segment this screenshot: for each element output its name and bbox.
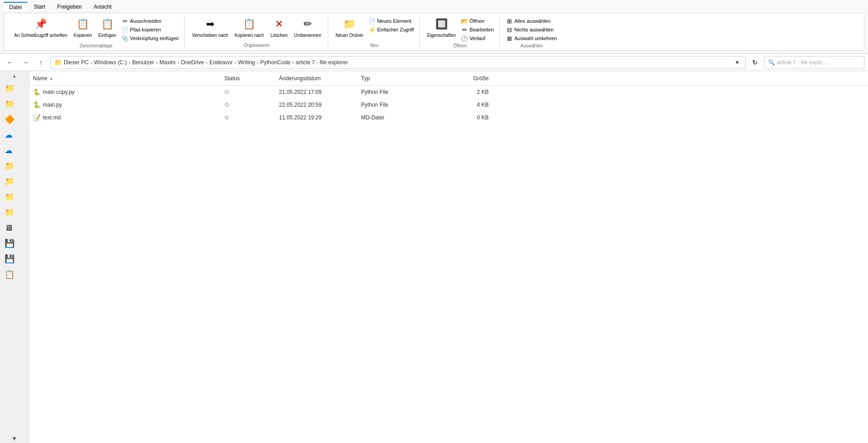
col-header-name[interactable]: Name ▲ (33, 75, 224, 82)
new-folder-label: Neuer Ordner (336, 33, 363, 38)
sidebar-item-3[interactable]: 🔶 (2, 112, 27, 127)
breadcrumb-onedrive[interactable]: OneDrive (181, 59, 204, 66)
up-button[interactable]: ↑ (35, 56, 47, 69)
organize-label: Organisieren (243, 43, 269, 48)
address-dropdown[interactable]: ▼ (733, 59, 742, 66)
file-type-3: MD-Datei (361, 114, 443, 121)
col-header-type[interactable]: Typ (361, 75, 443, 82)
copy-button[interactable]: 📋 Kopieren (71, 15, 95, 40)
sidebar-item-9[interactable]: 📁 (2, 205, 27, 220)
sidebar-folder-icon-3: 📁 (5, 161, 15, 171)
pin-button[interactable]: 📌 An Schnellzugriff anheften (11, 15, 70, 40)
breadcrumb-windows[interactable]: Windows (C:) (94, 59, 127, 66)
open-button[interactable]: 📂 Öffnen (460, 17, 496, 25)
sidebar-item-8[interactable]: 📁 (2, 190, 27, 204)
sidebar-item-13[interactable]: 📋 (2, 267, 27, 282)
sync-check-icon-2: ⊙ (224, 101, 229, 108)
delete-icon: ✕ (272, 17, 286, 31)
sync-check-icon-3: ⊙ (224, 114, 229, 121)
invert-select-button[interactable]: ⊠ Auswahl umkehren (504, 34, 559, 42)
breadcrumb-maxim[interactable]: Maxim (160, 59, 176, 66)
file-row-main[interactable]: 🐍 main.py ⊙ 22.05.2022 20:59 Python File… (29, 98, 868, 111)
file-size-3: 0 KB (443, 114, 489, 121)
edit-button[interactable]: ✏ Bearbeiten (460, 26, 496, 34)
rename-button[interactable]: ✏ Umbenennen (291, 15, 324, 40)
sidebar-item-10[interactable]: 🖥 (2, 221, 27, 235)
sidebar-item-4[interactable]: ☁ (2, 128, 27, 142)
tab-datei[interactable]: Datei (4, 2, 27, 12)
refresh-button[interactable]: ↻ (749, 56, 761, 69)
select-none-button[interactable]: ⊟ Nichts auswählen (504, 26, 559, 34)
file-name-2: main.py (43, 102, 62, 108)
cut-button[interactable]: ✂ Ausschneiden (120, 17, 181, 25)
nav-bar: ← → ↑ 📁 Dieser PC › Windows (C:) › Benut… (0, 54, 868, 71)
clipboard-label: Zwischenablage (79, 43, 112, 48)
sidebar: ▲ 📁 📁 🔶 ☁ ☁ 📁 📁 📁 (0, 71, 29, 443)
file-table-header: Name ▲ Status Änderungsdatum Typ Größe (29, 71, 868, 86)
file-list: 🐍 main copy.py ⊙ 21.05.2022 17:09 Python… (29, 86, 868, 443)
select-label: Auswählen (521, 43, 543, 48)
sidebar-orange-icon: 🔶 (5, 114, 15, 124)
breadcrumb-pythoncode[interactable]: PythonCode (260, 59, 290, 66)
col-header-status[interactable]: Status (224, 75, 279, 82)
copy-to-button[interactable]: 📋 Kopieren nach (232, 15, 267, 40)
path-icon: 📄 (122, 26, 128, 33)
select-all-button[interactable]: ⊞ Alles auswählen (504, 17, 559, 25)
file-name-1: main copy.py (43, 89, 75, 95)
search-icon: 🔍 (768, 59, 775, 66)
sidebar-item-6[interactable]: 📁 (2, 159, 27, 173)
open-icon: 📂 (461, 18, 468, 24)
sidebar-item-5[interactable]: ☁ (2, 143, 27, 158)
sidebar-folder-icon-4: 📁 (5, 176, 15, 186)
shortcut-button[interactable]: 📎 Verknüpfung einfügen (120, 34, 181, 42)
quick-access-button[interactable]: ⚡ Einfacher Zugriff (367, 26, 416, 34)
file-row-text-md[interactable]: 📝 text.md ⊙ 11.05.2022 19:29 MD-Datei 0 … (29, 111, 868, 124)
new-item-icon: 📄 (369, 18, 375, 24)
new-folder-button[interactable]: 📁 Neuer Ordner (333, 15, 366, 40)
move-icon: ➡ (203, 17, 217, 31)
col-header-date[interactable]: Änderungsdatum (279, 75, 361, 82)
back-button[interactable]: ← (4, 56, 16, 69)
sidebar-item-1[interactable]: 📁 (2, 81, 27, 96)
tab-start[interactable]: Start (28, 2, 51, 12)
open-label: Öffnen (453, 43, 467, 48)
new-folder-icon: 📁 (342, 17, 357, 31)
breadcrumb-writing[interactable]: Writing (238, 59, 255, 66)
invert-icon: ⊠ (506, 35, 512, 41)
copy-to-icon: 📋 (242, 17, 257, 31)
file-date-1: 21.05.2022 17:09 (279, 89, 361, 95)
paste-icon: 📋 (100, 17, 114, 31)
new-label: Neu (370, 43, 378, 48)
tab-ansicht[interactable]: Ansicht (88, 2, 117, 12)
sidebar-scroll-down[interactable]: ▼ (0, 434, 29, 443)
sidebar-item-12[interactable]: 💾 (2, 252, 27, 266)
sidebar-item-11[interactable]: 💾 (2, 236, 27, 251)
history-button[interactable]: 🕐 Verlauf (460, 34, 496, 42)
new-item-button[interactable]: 📄 Neues Element (367, 17, 416, 25)
paste-button[interactable]: 📋 Einfügen (96, 15, 119, 40)
rename-label: Umbenennen (294, 33, 321, 38)
address-bar[interactable]: 📁 Dieser PC › Windows (C:) › Benutzer › … (50, 56, 746, 69)
tab-freigeben[interactable]: Freigeben (52, 2, 87, 12)
breadcrumb-benutzer[interactable]: Benutzer (132, 59, 154, 66)
open-group: 🔲 Eigenschaften 📂 Öffnen ✏ Bearbeiten 🕐 … (421, 15, 500, 48)
move-button[interactable]: ➡ Verschieben nach (189, 15, 231, 40)
file-type-2: Python File (361, 102, 443, 108)
sidebar-clipboard-icon: 📋 (5, 269, 15, 279)
sidebar-item-7[interactable]: 📁 (2, 174, 27, 189)
sidebar-item-2[interactable]: 📁 (2, 97, 27, 111)
properties-button[interactable]: 🔲 Eigenschaften (424, 15, 459, 40)
breadcrumb-article7[interactable]: article 7 - file explorer (296, 59, 348, 66)
forward-button[interactable]: → (19, 56, 32, 69)
py-file-icon-2: 🐍 (33, 101, 40, 108)
file-size-1: 2 KB (443, 89, 489, 95)
ribbon: Datei Start Freigeben Ansicht 📌 An Schne… (0, 0, 868, 54)
copy-path-button[interactable]: 📄 Pfad kopieren (120, 26, 181, 34)
sidebar-scroll-up[interactable]: ▲ (0, 71, 29, 80)
col-header-size[interactable]: Größe (443, 75, 489, 82)
breadcrumb-dieser-pc[interactable]: Dieser PC (64, 59, 89, 66)
delete-button[interactable]: ✕ Löschen (268, 15, 290, 40)
breadcrumb-endeavor[interactable]: Endeavor (209, 59, 232, 66)
search-box[interactable]: 🔍 article 7 - file explo... (764, 56, 864, 69)
file-row-main-copy[interactable]: 🐍 main copy.py ⊙ 21.05.2022 17:09 Python… (29, 86, 868, 98)
